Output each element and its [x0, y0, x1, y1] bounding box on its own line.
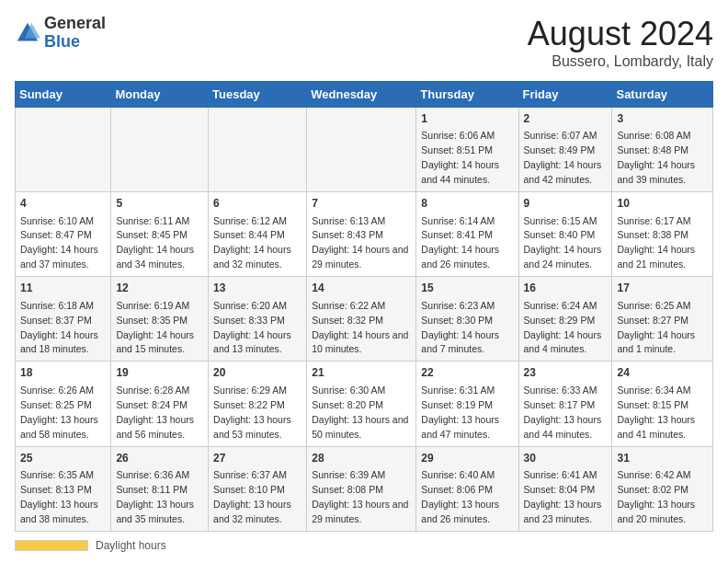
logo-general-text: General [44, 14, 106, 32]
calendar-week-row: 18Sunrise: 6:26 AM Sunset: 8:25 PM Dayli… [16, 362, 713, 446]
day-info: Sunrise: 6:26 AM Sunset: 8:25 PM Dayligh… [20, 385, 98, 440]
daylight-bar-icon [15, 540, 88, 551]
day-info: Sunrise: 6:37 AM Sunset: 8:10 PM Dayligh… [213, 469, 291, 524]
day-info: Sunrise: 6:25 AM Sunset: 8:27 PM Dayligh… [617, 300, 695, 355]
day-info: Sunrise: 6:40 AM Sunset: 8:06 PM Dayligh… [421, 469, 499, 524]
day-info: Sunrise: 6:07 AM Sunset: 8:49 PM Dayligh… [524, 130, 602, 185]
day-info: Sunrise: 6:06 AM Sunset: 8:51 PM Dayligh… [421, 130, 499, 185]
day-info: Sunrise: 6:14 AM Sunset: 8:41 PM Dayligh… [421, 215, 499, 270]
footer-note: Daylight hours [15, 539, 713, 552]
calendar-cell: 23Sunrise: 6:33 AM Sunset: 8:17 PM Dayli… [518, 362, 612, 446]
calendar-cell: 5Sunrise: 6:11 AM Sunset: 8:45 PM Daylig… [111, 192, 209, 277]
calendar-cell: 19Sunrise: 6:28 AM Sunset: 8:24 PM Dayli… [111, 362, 209, 446]
day-number: 25 [20, 451, 106, 466]
day-info: Sunrise: 6:36 AM Sunset: 8:11 PM Dayligh… [116, 469, 194, 524]
logo: General Blue [15, 15, 106, 52]
day-info: Sunrise: 6:23 AM Sunset: 8:30 PM Dayligh… [421, 300, 499, 355]
calendar-cell: 3Sunrise: 6:08 AM Sunset: 8:48 PM Daylig… [612, 108, 713, 192]
calendar-cell: 6Sunrise: 6:12 AM Sunset: 8:44 PM Daylig… [209, 192, 307, 277]
calendar-header-row: SundayMondayTuesdayWednesdayThursdayFrid… [16, 82, 713, 108]
day-info: Sunrise: 6:08 AM Sunset: 8:48 PM Dayligh… [617, 130, 695, 185]
day-number: 24 [617, 365, 708, 381]
day-info: Sunrise: 6:17 AM Sunset: 8:38 PM Dayligh… [617, 215, 695, 270]
day-number: 6 [213, 196, 301, 212]
day-info: Sunrise: 6:30 AM Sunset: 8:20 PM Dayligh… [312, 385, 408, 440]
day-number: 2 [524, 111, 608, 127]
day-number: 27 [213, 451, 301, 466]
calendar-cell [111, 108, 209, 192]
calendar-week-row: 25Sunrise: 6:35 AM Sunset: 8:13 PM Dayli… [16, 446, 713, 531]
calendar-cell: 18Sunrise: 6:26 AM Sunset: 8:25 PM Dayli… [16, 362, 111, 446]
day-number: 21 [312, 365, 411, 381]
day-number: 18 [20, 365, 106, 381]
day-info: Sunrise: 6:20 AM Sunset: 8:33 PM Dayligh… [213, 300, 291, 355]
day-info: Sunrise: 6:28 AM Sunset: 8:24 PM Dayligh… [116, 385, 194, 440]
calendar-cell: 10Sunrise: 6:17 AM Sunset: 8:38 PM Dayli… [612, 192, 713, 277]
day-info: Sunrise: 6:31 AM Sunset: 8:19 PM Dayligh… [421, 385, 499, 440]
day-info: Sunrise: 6:19 AM Sunset: 8:35 PM Dayligh… [116, 300, 194, 355]
title-block: August 2024 Bussero, Lombardy, Italy [528, 15, 713, 70]
calendar-cell: 1Sunrise: 6:06 AM Sunset: 8:51 PM Daylig… [416, 108, 518, 192]
calendar-cell: 28Sunrise: 6:39 AM Sunset: 8:08 PM Dayli… [307, 446, 416, 531]
logo-icon [15, 20, 40, 46]
day-number: 20 [213, 365, 301, 381]
calendar-cell: 25Sunrise: 6:35 AM Sunset: 8:13 PM Dayli… [16, 446, 111, 531]
day-number: 10 [617, 196, 708, 212]
day-info: Sunrise: 6:42 AM Sunset: 8:02 PM Dayligh… [617, 469, 695, 524]
calendar-cell: 31Sunrise: 6:42 AM Sunset: 8:02 PM Dayli… [612, 446, 713, 531]
calendar-cell: 12Sunrise: 6:19 AM Sunset: 8:35 PM Dayli… [111, 277, 209, 362]
calendar-cell: 29Sunrise: 6:40 AM Sunset: 8:06 PM Dayli… [416, 446, 518, 531]
column-header-sunday: Sunday [16, 82, 111, 108]
day-number: 14 [312, 281, 411, 296]
calendar-cell: 20Sunrise: 6:29 AM Sunset: 8:22 PM Dayli… [209, 362, 307, 446]
day-info: Sunrise: 6:12 AM Sunset: 8:44 PM Dayligh… [213, 215, 291, 270]
day-number: 29 [421, 451, 513, 466]
day-number: 30 [524, 451, 608, 466]
day-info: Sunrise: 6:13 AM Sunset: 8:43 PM Dayligh… [312, 215, 408, 270]
calendar-cell: 9Sunrise: 6:15 AM Sunset: 8:40 PM Daylig… [518, 192, 612, 277]
day-number: 3 [617, 111, 708, 127]
day-number: 19 [116, 365, 203, 381]
day-info: Sunrise: 6:35 AM Sunset: 8:13 PM Dayligh… [20, 469, 98, 524]
day-info: Sunrise: 6:24 AM Sunset: 8:29 PM Dayligh… [524, 300, 602, 355]
day-info: Sunrise: 6:15 AM Sunset: 8:40 PM Dayligh… [524, 215, 602, 270]
day-info: Sunrise: 6:41 AM Sunset: 8:04 PM Dayligh… [524, 469, 602, 524]
calendar-cell: 27Sunrise: 6:37 AM Sunset: 8:10 PM Dayli… [209, 446, 307, 531]
day-info: Sunrise: 6:22 AM Sunset: 8:32 PM Dayligh… [312, 300, 408, 355]
day-number: 4 [20, 196, 106, 212]
day-number: 23 [524, 365, 608, 381]
column-header-wednesday: Wednesday [307, 82, 416, 108]
calendar-cell: 15Sunrise: 6:23 AM Sunset: 8:30 PM Dayli… [416, 277, 518, 362]
day-number: 5 [116, 196, 203, 212]
day-number: 31 [617, 451, 708, 466]
calendar-cell: 24Sunrise: 6:34 AM Sunset: 8:15 PM Dayli… [612, 362, 713, 446]
column-header-monday: Monday [111, 82, 209, 108]
day-info: Sunrise: 6:34 AM Sunset: 8:15 PM Dayligh… [617, 385, 695, 440]
calendar-table: SundayMondayTuesdayWednesdayThursdayFrid… [15, 81, 713, 532]
day-info: Sunrise: 6:11 AM Sunset: 8:45 PM Dayligh… [116, 215, 194, 270]
column-header-friday: Friday [518, 82, 612, 108]
day-info: Sunrise: 6:39 AM Sunset: 8:08 PM Dayligh… [312, 469, 408, 524]
day-number: 13 [213, 281, 301, 296]
column-header-saturday: Saturday [612, 82, 713, 108]
calendar-cell: 16Sunrise: 6:24 AM Sunset: 8:29 PM Dayli… [518, 277, 612, 362]
page-title: August 2024 [528, 15, 713, 53]
day-number: 28 [312, 451, 411, 466]
day-number: 7 [312, 196, 411, 212]
calendar-week-row: 11Sunrise: 6:18 AM Sunset: 8:37 PM Dayli… [16, 277, 713, 362]
calendar-cell: 11Sunrise: 6:18 AM Sunset: 8:37 PM Dayli… [16, 277, 111, 362]
page-subtitle: Bussero, Lombardy, Italy [528, 53, 713, 70]
day-number: 15 [421, 281, 513, 296]
calendar-cell: 7Sunrise: 6:13 AM Sunset: 8:43 PM Daylig… [307, 192, 416, 277]
page-header: General Blue August 2024 Bussero, Lombar… [15, 15, 713, 70]
day-info: Sunrise: 6:33 AM Sunset: 8:17 PM Dayligh… [524, 385, 602, 440]
calendar-cell: 4Sunrise: 6:10 AM Sunset: 8:47 PM Daylig… [16, 192, 111, 277]
calendar-cell [16, 108, 111, 192]
calendar-cell: 26Sunrise: 6:36 AM Sunset: 8:11 PM Dayli… [111, 446, 209, 531]
calendar-week-row: 4Sunrise: 6:10 AM Sunset: 8:47 PM Daylig… [16, 192, 713, 277]
calendar-cell: 17Sunrise: 6:25 AM Sunset: 8:27 PM Dayli… [612, 277, 713, 362]
day-info: Sunrise: 6:29 AM Sunset: 8:22 PM Dayligh… [213, 385, 291, 440]
calendar-cell: 13Sunrise: 6:20 AM Sunset: 8:33 PM Dayli… [209, 277, 307, 362]
day-number: 26 [116, 451, 203, 466]
day-number: 12 [116, 281, 203, 296]
